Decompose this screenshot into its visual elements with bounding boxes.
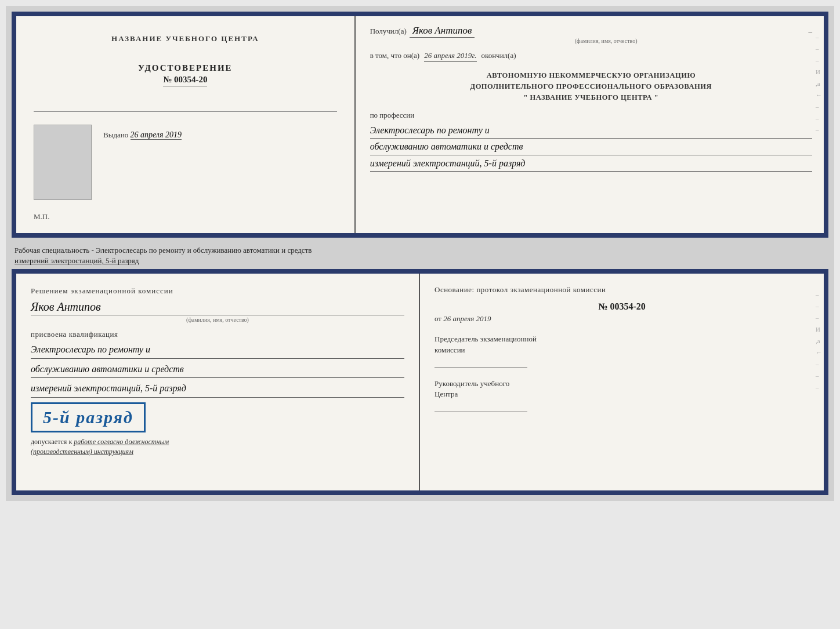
protocol-number: № 00354-20: [435, 301, 809, 312]
udostoverenie-label: УДОСТОВЕРЕНИЕ: [138, 63, 233, 73]
v-tom-date: 26 апреля 2019г.: [424, 51, 476, 62]
profession-line3: измерений электростанций, 5-й разряд: [370, 155, 812, 172]
prisvoena-text: присвоена квалификация: [31, 330, 404, 339]
between-text-line2: измерений электростанций, 5-й разряд: [15, 256, 139, 265]
ot-date: 26 апреля 2019: [443, 314, 491, 323]
ot-label: от: [435, 314, 441, 323]
left-content-row: Выдано 26 апреля 2019: [34, 125, 337, 200]
bottom-left-panel: Решением экзаменационной комиссии Яков А…: [16, 274, 420, 490]
ot-line: от 26 апреля 2019: [435, 314, 809, 323]
predsedatel-label: Председатель экзаменационной комиссии: [435, 334, 809, 355]
vydano-line: Выдано 26 апреля 2019: [103, 130, 337, 140]
between-docs: Рабочая специальность - Электрослесарь п…: [12, 242, 828, 269]
org-name: " НАЗВАНИЕ УЧЕБНОГО ЦЕНТРА ": [370, 92, 812, 103]
vydano-date: 26 апреля 2019: [131, 130, 182, 140]
recipient-name: Яков Антипов: [410, 25, 475, 38]
predsedatel-block: Председатель экзаменационной комиссии: [435, 334, 809, 368]
osnovanie-label: Основание: протокол экзаменационной коми…: [435, 285, 606, 294]
poluchil-line: Получил(а) Яков Антипов (фамилия, имя, о…: [370, 25, 812, 44]
udostoverenie-number: № 00354-20: [163, 75, 207, 86]
top-left-title: НАЗВАНИЕ УЧЕБНОГО ЦЕНТРА: [111, 34, 259, 44]
org-line2: ДОПОЛНИТЕЛЬНОГО ПРОФЕССИОНАЛЬНОГО ОБРАЗО…: [370, 81, 812, 92]
rank-badge: 5-й разряд: [31, 402, 146, 432]
qual-line2: обслуживанию автоматики и средств: [31, 361, 404, 379]
fio-hint-top: (фамилия, имя, отчество): [410, 38, 803, 44]
predsedatel-signature-line: [435, 358, 527, 368]
rukovoditel-signature-line: [435, 402, 527, 412]
side-dash-marks-bottom: – – – И ,а ← – – –: [816, 291, 822, 391]
bottom-person-name: Яков Антипов: [31, 300, 404, 315]
page-wrapper: НАЗВАНИЕ УЧЕБНОГО ЦЕНТРА УДОСТОВЕРЕНИЕ №…: [6, 6, 834, 501]
v-tom-line: в том, что он(а) 26 апреля 2019г. окончи…: [370, 51, 812, 62]
qual-line1: Электрослесарь по ремонту и: [31, 341, 404, 359]
fio-hint-bottom: (фамилия, имя, отчество): [31, 317, 404, 323]
profession-line2: обслуживанию автоматики и средств: [370, 139, 812, 155]
between-text-line1: Рабочая специальность - Электрослесарь п…: [15, 246, 312, 254]
qual-line3: измерений электростанций, 5-й разряд: [31, 380, 404, 398]
photo-placeholder: [34, 125, 92, 200]
poluchil-label: Получил(а): [370, 27, 407, 36]
top-document: НАЗВАНИЕ УЧЕБНОГО ЦЕНТРА УДОСТОВЕРЕНИЕ №…: [12, 12, 828, 238]
profession-line1: Электрослесарь по ремонту и: [370, 122, 812, 139]
mp-label: М.П.: [34, 212, 337, 221]
okonchil-label: окончил(а): [481, 51, 516, 60]
dopuskaetsya-hw2: (производственным) инструкциям: [31, 448, 133, 456]
osnovanie-block: Основание: протокол экзаменационной коми…: [435, 285, 809, 294]
rank-badge-text: 5-й разряд: [43, 408, 133, 427]
org-block: АВТОНОМНУЮ НЕКОММЕРЧЕСКУЮ ОРГАНИЗАЦИЮ ДО…: [370, 70, 812, 103]
po-professii-label: по профессии: [370, 111, 415, 119]
resheniem-text: Решением экзаменационной комиссии: [31, 285, 404, 297]
dopuskaetsya-hw: работе согласно должностным: [74, 438, 169, 446]
dopuskaetsya-prefix: допускается к: [31, 438, 72, 446]
v-tom-label: в том, что он(а): [370, 51, 420, 60]
rukovoditel-block: Руководитель учебного Центра: [435, 379, 809, 412]
dopuskaetsya-line: допускается к работе согласно должностны…: [31, 437, 404, 457]
top-right-panel: Получил(а) Яков Антипов (фамилия, имя, о…: [356, 16, 824, 233]
bottom-document: Решением экзаменационной комиссии Яков А…: [12, 269, 828, 495]
po-professii-block: по профессии Электрослесарь по ремонту и…: [370, 110, 812, 172]
rukovoditel-label: Руководитель учебного Центра: [435, 379, 809, 399]
org-line1: АВТОНОМНУЮ НЕКОММЕРЧЕСКУЮ ОРГАНИЗАЦИЮ: [370, 70, 812, 81]
side-dash-marks-top: – – – И ,а ← – – –: [816, 34, 822, 133]
udostoverenie-block: УДОСТОВЕРЕНИЕ № 00354-20: [138, 63, 233, 86]
bottom-right-panel: Основание: протокол экзаменационной коми…: [420, 274, 824, 490]
top-left-panel: НАЗВАНИЕ УЧЕБНОГО ЦЕНТРА УДОСТОВЕРЕНИЕ №…: [16, 16, 356, 233]
